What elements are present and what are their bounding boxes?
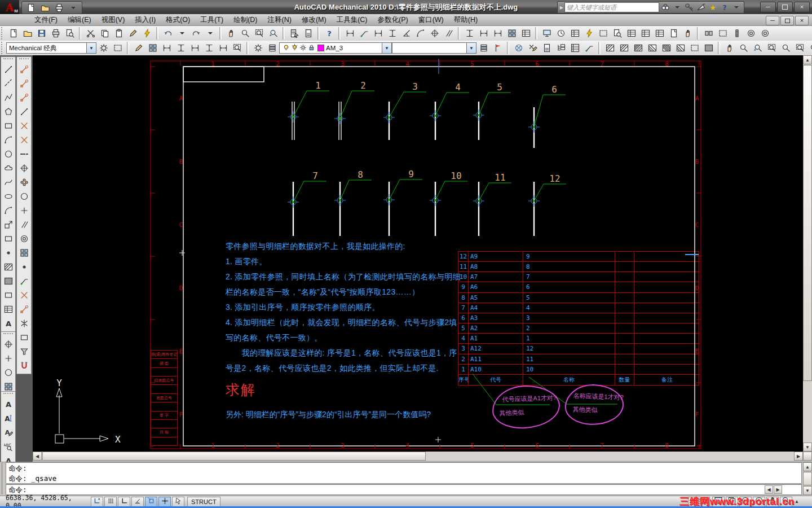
hatch-ansi35-button[interactable]	[659, 42, 673, 55]
node-line-button[interactable]	[17, 63, 31, 77]
workspace-settings-button[interactable]	[96, 42, 111, 55]
hatch-ansi34-button[interactable]	[645, 42, 659, 55]
undo-dropdown-button[interactable]	[175, 27, 189, 40]
osnap-toggle[interactable]	[145, 497, 157, 507]
subscription-center-button[interactable]	[684, 1, 694, 14]
favorites-button[interactable]: ★	[708, 1, 718, 14]
style-dropdown-icon[interactable]: ▼	[466, 43, 476, 53]
zoom-window2-button[interactable]	[765, 42, 779, 55]
annotation-monitor-button[interactable]	[540, 27, 554, 40]
toolbar-grip[interactable]	[3, 393, 13, 397]
make-block-button[interactable]	[1, 233, 15, 247]
table-insert-button[interactable]	[624, 27, 638, 40]
spline-button[interactable]	[1, 176, 15, 190]
search-dropdown-button[interactable]	[672, 1, 682, 14]
hatch-ansi31-button[interactable]	[603, 42, 617, 55]
dim-stretch-button[interactable]	[188, 42, 202, 55]
node-curve-button[interactable]	[17, 91, 31, 106]
dim-break-button[interactable]	[462, 27, 476, 40]
screw-connection-button[interactable]	[730, 27, 744, 40]
quickcalc-button[interactable]	[301, 27, 315, 40]
style-select[interactable]: ▼	[392, 42, 476, 54]
dim-linear-button[interactable]	[371, 27, 385, 40]
app-minimize-button[interactable]: ─	[760, 2, 776, 12]
ellipse-arc-button[interactable]	[1, 204, 15, 218]
menu-insert[interactable]: 插入(I)	[130, 14, 161, 26]
menu-edit[interactable]: 编辑(E)	[63, 14, 96, 26]
workspace-dropdown-icon[interactable]: ▼	[86, 43, 96, 53]
gradient-button[interactable]	[1, 275, 15, 289]
new-button[interactable]	[6, 27, 20, 40]
construction-line-button[interactable]	[1, 77, 15, 91]
dim-arrange-button[interactable]	[202, 42, 216, 55]
hole-center-button[interactable]	[17, 162, 31, 176]
revision-date-button[interactable]	[554, 27, 568, 40]
autocad-logo-icon[interactable]: AM	[0, 0, 19, 14]
edit-text-button[interactable]: A	[1, 426, 15, 440]
balloon-number-button[interactable]	[582, 42, 596, 55]
grid-toggle[interactable]	[104, 497, 117, 507]
power-snap-button[interactable]	[17, 360, 31, 374]
scroll-right-button[interactable]: ▶	[794, 452, 803, 461]
zoom-extents-button[interactable]	[807, 42, 812, 55]
drawing-canvas[interactable]: 1122334455667788AABBCCDDEEFF123456789101…	[33, 55, 803, 452]
layer-previous-button[interactable]	[265, 42, 279, 55]
revcloud-button[interactable]	[1, 162, 15, 176]
node-polyline-button[interactable]	[17, 77, 31, 91]
dim-stack-button[interactable]	[505, 27, 519, 40]
layer-unlock-icon[interactable]	[308, 44, 315, 52]
plot-preview-button[interactable]	[63, 27, 77, 40]
zoom2-button[interactable]	[736, 42, 751, 55]
qat-open-button[interactable]	[38, 1, 52, 14]
ellipse-button[interactable]	[1, 190, 15, 204]
infocenter-collapse-icon[interactable]: ▶	[560, 5, 563, 10]
hatch-user-button[interactable]	[687, 42, 701, 55]
layer-dropdown-icon[interactable]: ▼	[382, 43, 391, 53]
zoom-scale-button[interactable]	[793, 42, 807, 55]
dim-radius-button[interactable]	[413, 27, 427, 40]
copy-button[interactable]	[98, 27, 112, 40]
scroll-up-button[interactable]: ▲	[803, 55, 812, 64]
dim-angular-button[interactable]	[399, 27, 413, 40]
multiline-text2-button[interactable]: A	[1, 412, 15, 426]
struct-button[interactable]: STRUCT	[187, 497, 220, 507]
break-sym2-button[interactable]	[17, 134, 31, 148]
menu-window[interactable]: 窗口(W)	[413, 14, 449, 26]
scroll-down-button[interactable]: ▼	[803, 443, 812, 452]
bearing-outer-button[interactable]	[744, 27, 758, 40]
structure-tree-button[interactable]	[554, 42, 568, 55]
hatch-solid-button[interactable]	[701, 42, 716, 55]
horizontal-scrollbar[interactable]: ◀ ▶	[33, 452, 803, 461]
circle-button[interactable]	[1, 148, 15, 162]
layer-manager-button[interactable]	[251, 42, 265, 55]
qat-dropdown-button[interactable]	[66, 1, 80, 14]
match-properties-button[interactable]	[126, 27, 140, 40]
leader-note-button[interactable]	[357, 27, 371, 40]
single-text-button[interactable]: A	[1, 398, 15, 412]
symbol-edit-button[interactable]	[526, 42, 540, 55]
block-editor-button[interactable]	[140, 27, 154, 40]
power-dimension-button[interactable]	[343, 27, 357, 40]
dim-block-button[interactable]	[145, 42, 160, 55]
menu-parametric[interactable]: 参数化(P)	[372, 14, 413, 26]
dim-align-button[interactable]	[442, 27, 456, 40]
workspace-save-button[interactable]	[111, 42, 125, 55]
point-button[interactable]	[1, 247, 15, 261]
dyn-toggle[interactable]	[172, 497, 184, 507]
cross-small-button[interactable]	[17, 204, 31, 218]
table-button[interactable]	[1, 303, 15, 317]
dim-check-button[interactable]	[230, 42, 244, 55]
dim-insert-button[interactable]	[174, 42, 188, 55]
scroll-left-button[interactable]: ◀	[33, 452, 42, 461]
dim-chain-button[interactable]	[491, 27, 505, 40]
bearing-inner-button[interactable]	[758, 27, 772, 40]
hatch-ansi36-button[interactable]	[673, 42, 687, 55]
vertical-scroll-thumb[interactable]	[803, 65, 812, 381]
communication-center-button[interactable]	[696, 1, 706, 14]
save-button[interactable]	[34, 27, 48, 40]
drawing-restore-button[interactable]	[780, 16, 794, 25]
otrack-toggle[interactable]	[158, 497, 171, 507]
chain-sym-button[interactable]	[17, 303, 31, 317]
sheet-set-button[interactable]	[681, 27, 695, 40]
open-button[interactable]	[20, 27, 34, 40]
